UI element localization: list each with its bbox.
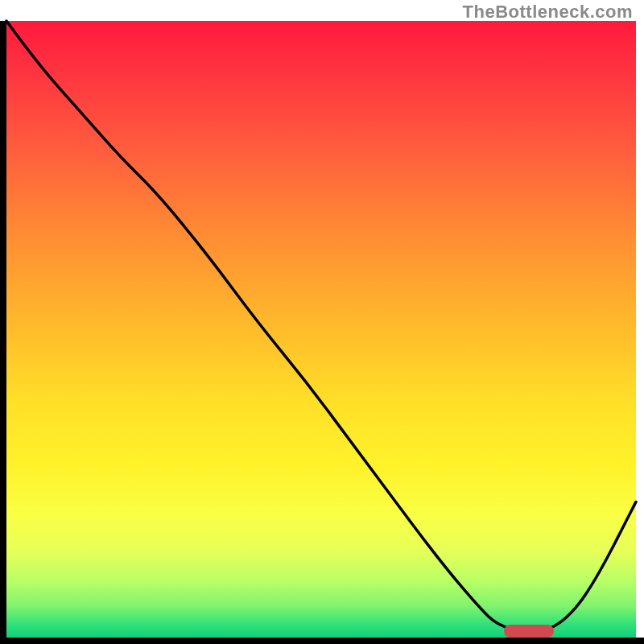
- attribution-text: TheBottleneck.com: [463, 2, 633, 23]
- optimal-range-marker: [504, 625, 555, 638]
- y-axis: [0, 21, 6, 638]
- x-axis: [0, 638, 644, 644]
- chart-container: TheBottleneck.com: [0, 0, 644, 644]
- chart-overlay-svg: [6, 21, 636, 638]
- bottleneck-curve: [6, 21, 636, 631]
